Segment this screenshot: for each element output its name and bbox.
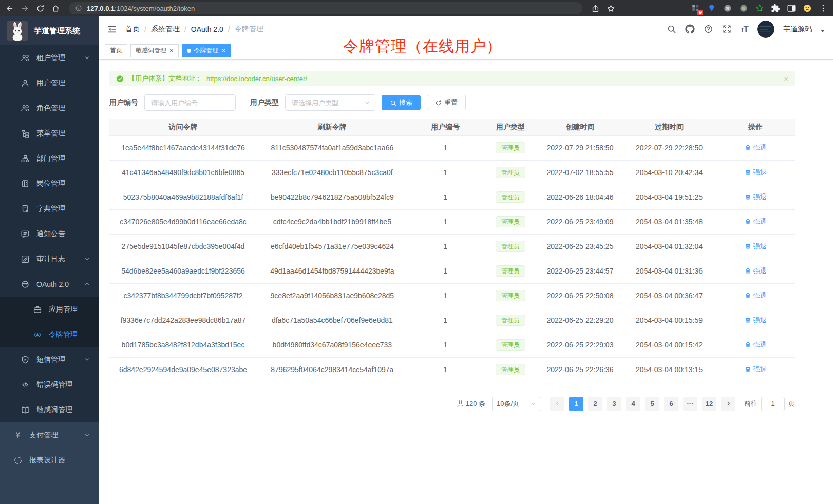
page-button-2[interactable]: 2 [588, 397, 602, 411]
breadcrumb-system[interactable]: 系统管理 [151, 25, 180, 34]
access-token-cell: 41c41346a548490f9dc8b01c6bfe0865 [109, 160, 257, 185]
sidebar-item-dict[interactable]: 字典管理 [0, 196, 99, 221]
pagination-jumper: 前往 页 [744, 397, 795, 411]
help-icon[interactable] [704, 24, 713, 34]
browser-home-icon[interactable] [51, 4, 60, 13]
code-icon [21, 380, 30, 390]
force-logout-button[interactable]: 强退 [745, 291, 767, 300]
tab-home[interactable]: 首页 [105, 44, 127, 57]
page-button-12[interactable]: 12 [702, 397, 716, 411]
site-info-icon[interactable] [75, 5, 82, 12]
app-logo[interactable]: 芋道管理系统 [0, 16, 99, 45]
force-logout-button[interactable]: 强退 [745, 365, 767, 374]
doc-link[interactable]: https://doc.iocoder.cn/user-center/ [206, 75, 307, 83]
goto-page-input[interactable] [761, 397, 785, 411]
sidebar-item-oauth2-token[interactable]: 令牌管理 [0, 322, 99, 347]
search-button[interactable]: 搜索 [382, 95, 421, 110]
sidebar-item-dept[interactable]: 部门管理 [0, 146, 99, 171]
sidebar-item-label: 租户管理 [36, 53, 65, 63]
sidebar-item-label: 敏感词管理 [36, 405, 72, 415]
page-button-5[interactable]: 5 [645, 397, 659, 411]
breadcrumb-separator: / [144, 25, 146, 33]
tab-close-icon[interactable]: × [169, 47, 174, 54]
command-extension-icon[interactable] [723, 4, 732, 13]
user-id-input[interactable] [144, 94, 236, 111]
force-logout-button[interactable]: 强退 [745, 316, 767, 325]
user-type-select[interactable] [285, 94, 375, 111]
bookmark-star-icon[interactable] [607, 4, 615, 13]
reset-button[interactable]: 重置 [427, 95, 466, 110]
page-button-1[interactable]: 1 [569, 397, 583, 411]
sidebar-item-oauth2[interactable]: OAuth 2.0 [0, 272, 99, 297]
user-menu-caret-icon[interactable] [821, 30, 825, 32]
puzzle-extensions-icon[interactable] [771, 4, 780, 13]
sidebar-item-audit-log[interactable]: 审计日志 [0, 246, 99, 272]
gem-extension-icon[interactable] [707, 4, 716, 13]
extension-grid-icon[interactable]: 9 [691, 4, 701, 13]
github-icon[interactable] [685, 24, 695, 34]
force-logout-button[interactable]: 强退 [745, 217, 767, 226]
page-button-4[interactable]: 4 [626, 397, 640, 411]
tab-close-icon[interactable]: × [222, 47, 226, 54]
user-type-cell: 管理员 [483, 308, 538, 333]
sidebar-item-sensitive-word[interactable]: 敏感词管理 [0, 397, 99, 422]
alert-close-icon[interactable]: × [784, 75, 788, 83]
access-token-cell: 6d842e2924594de9a09e45e087323abe [109, 357, 257, 382]
next-page-button[interactable] [721, 397, 735, 411]
sidebar-item-notice[interactable]: 通知公告 [0, 221, 99, 246]
username[interactable]: 芋道源码 [783, 25, 812, 34]
expire-time-cell: 2054-03-04 01:35:48 [622, 209, 716, 234]
sidebar-item-post[interactable]: 岗位管理 [0, 171, 99, 196]
success-check-icon [116, 75, 124, 83]
sidebar-item-user[interactable]: 用户管理 [0, 70, 99, 95]
sidebar-item-tenant[interactable]: 租户管理 [0, 45, 99, 70]
page-button-6[interactable]: 6 [664, 397, 678, 411]
sidebar-item-pay[interactable]: 支付管理 [0, 422, 99, 448]
breadcrumb-oauth2[interactable]: OAuth 2.0 [191, 25, 223, 33]
share-icon[interactable] [591, 4, 600, 13]
browser-menu-icon[interactable] [819, 4, 828, 13]
breadcrumb-home[interactable]: 首页 [125, 25, 140, 34]
page-button-3[interactable]: 3 [607, 397, 621, 411]
address-bar[interactable]: 127.0.0.1:1024/system/oauth2/token [69, 2, 582, 14]
side-panel-icon[interactable] [787, 4, 796, 13]
page-size-select[interactable]: 10条/页 [492, 397, 541, 411]
sidebar-fold-icon[interactable] [107, 24, 117, 34]
tab-sensitive-word[interactable]: 敏感词管理 × [130, 44, 179, 57]
sidebar-item-menu[interactable]: 菜单管理 [0, 121, 99, 146]
sidebar-item-report-designer[interactable]: 报表设计器 [0, 448, 99, 473]
browser-forward-icon[interactable] [21, 4, 29, 13]
force-logout-button[interactable]: 强退 [745, 266, 767, 276]
browser-reload-icon[interactable] [36, 4, 45, 13]
force-logout-button[interactable]: 强退 [745, 168, 767, 177]
sidebar-item-sms[interactable]: 短信管理 [0, 347, 99, 372]
chevron-down-icon [84, 54, 90, 61]
tab-token[interactable]: 令牌管理 × [182, 44, 231, 57]
expire-time-cell: 2054-03-04 01:31:36 [622, 259, 716, 283]
font-size-icon[interactable]: TT [741, 24, 748, 34]
admin-tag: 管理员 [496, 364, 525, 375]
sidebar-item-oauth2-app[interactable]: 应用管理 [0, 297, 99, 322]
user-type-select-input[interactable] [285, 94, 375, 111]
record-extension-icon[interactable] [739, 4, 748, 13]
user-type-cell: 管理员 [483, 209, 538, 234]
sidebar-item-role[interactable]: 角色管理 [0, 95, 99, 121]
sidebar-item-error-code[interactable]: 错误码管理 [0, 372, 99, 397]
active-tab-dot [187, 49, 191, 53]
prev-page-button[interactable] [550, 397, 564, 411]
force-logout-button[interactable]: 强退 [745, 242, 767, 251]
force-logout-button[interactable]: 强退 [745, 143, 767, 152]
browser-back-icon[interactable] [5, 4, 14, 13]
search-icon[interactable] [667, 24, 676, 34]
trash-icon [745, 341, 751, 348]
fullscreen-icon[interactable] [722, 24, 732, 34]
force-logout-button[interactable]: 强退 [745, 192, 767, 202]
user-avatar[interactable] [757, 21, 774, 38]
profile-avatar-icon[interactable] [803, 4, 812, 13]
sidebar-item-label: 报表设计器 [29, 456, 65, 465]
actions-cell: 强退 [716, 308, 795, 333]
page-ellipsis-button[interactable]: ··· [683, 397, 697, 411]
admin-tag: 管理员 [496, 265, 525, 277]
force-logout-button[interactable]: 强退 [745, 340, 767, 350]
green-star-extension-icon[interactable] [755, 4, 764, 13]
